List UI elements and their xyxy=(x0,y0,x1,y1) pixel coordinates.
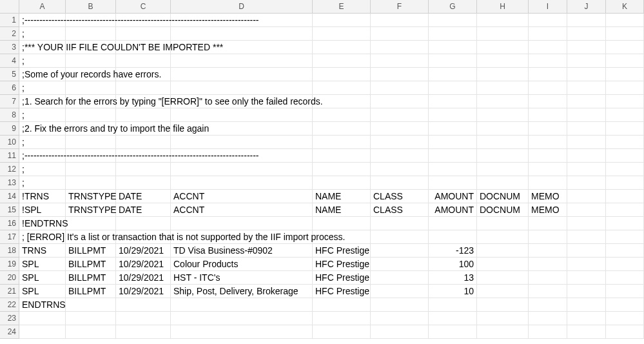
cell-D15[interactable]: ACCNT xyxy=(171,203,313,217)
cell-H9[interactable] xyxy=(477,122,529,136)
cell-E19[interactable]: HFC Prestige xyxy=(313,258,371,271)
cell-H11[interactable] xyxy=(477,149,529,163)
cell-K6[interactable] xyxy=(606,81,644,95)
cell-G12[interactable] xyxy=(429,163,477,176)
cell-K19[interactable] xyxy=(606,258,644,271)
column-header-I[interactable]: I xyxy=(529,0,567,14)
cell-E8[interactable] xyxy=(313,108,371,122)
cell-K21[interactable] xyxy=(606,285,644,298)
cell-F10[interactable] xyxy=(371,136,429,149)
column-header-E[interactable]: E xyxy=(313,0,371,14)
row-header-4[interactable]: 4 xyxy=(0,54,19,68)
cell-J24[interactable] xyxy=(567,325,606,339)
cell-B18[interactable]: BILLPMT xyxy=(66,244,116,258)
cell-K11[interactable] xyxy=(606,149,644,163)
column-header-K[interactable]: K xyxy=(606,0,644,14)
cell-H4[interactable] xyxy=(477,54,529,68)
cell-F14[interactable]: CLASS xyxy=(371,190,429,203)
cell-B13[interactable] xyxy=(66,176,116,190)
cell-G6[interactable] xyxy=(429,81,477,95)
cell-F20[interactable] xyxy=(371,271,429,285)
cell-J23[interactable] xyxy=(567,312,606,325)
cell-G13[interactable] xyxy=(429,176,477,190)
cell-J12[interactable] xyxy=(567,163,606,176)
row-header-11[interactable]: 11 xyxy=(0,149,19,163)
cell-J18[interactable] xyxy=(567,244,606,258)
cell-C24[interactable] xyxy=(116,325,171,339)
row-header-17[interactable]: 17 xyxy=(0,230,19,244)
cell-K20[interactable] xyxy=(606,271,644,285)
cell-J14[interactable] xyxy=(567,190,606,203)
cell-B24[interactable] xyxy=(66,325,116,339)
cell-E16[interactable] xyxy=(313,217,371,230)
cell-J8[interactable] xyxy=(567,108,606,122)
cell-F21[interactable] xyxy=(371,285,429,298)
row-header-15[interactable]: 15 xyxy=(0,203,19,217)
cell-G23[interactable] xyxy=(429,312,477,325)
cell-C15[interactable]: DATE xyxy=(116,203,171,217)
cell-K4[interactable] xyxy=(606,54,644,68)
cell-J6[interactable] xyxy=(567,81,606,95)
row-header-16[interactable]: 16 xyxy=(0,217,19,230)
cell-E5[interactable] xyxy=(313,68,371,81)
cell-B4[interactable] xyxy=(66,54,116,68)
cell-H2[interactable] xyxy=(477,27,529,41)
row-header-9[interactable]: 9 xyxy=(0,122,19,136)
cell-I1[interactable] xyxy=(529,14,567,27)
cell-E20[interactable]: HFC Prestige xyxy=(313,271,371,285)
cell-E22[interactable] xyxy=(313,298,371,312)
cell-B16[interactable] xyxy=(66,217,116,230)
cell-I2[interactable] xyxy=(529,27,567,41)
cell-C23[interactable] xyxy=(116,312,171,325)
cell-C20[interactable]: 10/29/2021 xyxy=(116,271,171,285)
cell-F11[interactable] xyxy=(371,149,429,163)
row-header-7[interactable]: 7 xyxy=(0,95,19,108)
cell-E18[interactable]: HFC Prestige xyxy=(313,244,371,258)
cell-G8[interactable] xyxy=(429,108,477,122)
cell-K22[interactable] xyxy=(606,298,644,312)
cell-H12[interactable] xyxy=(477,163,529,176)
cell-E12[interactable] xyxy=(313,163,371,176)
cell-I21[interactable] xyxy=(529,285,567,298)
cell-K10[interactable] xyxy=(606,136,644,149)
cell-K8[interactable] xyxy=(606,108,644,122)
cell-A11[interactable]: ;---------------------------------------… xyxy=(19,149,66,163)
cell-A20[interactable]: SPL xyxy=(19,271,66,285)
cell-H6[interactable] xyxy=(477,81,529,95)
cell-I16[interactable] xyxy=(529,217,567,230)
cell-A13[interactable]: ; xyxy=(19,176,66,190)
cell-B6[interactable] xyxy=(66,81,116,95)
cell-G15[interactable]: AMOUNT xyxy=(429,203,477,217)
cell-I12[interactable] xyxy=(529,163,567,176)
cell-K15[interactable] xyxy=(606,203,644,217)
cell-J1[interactable] xyxy=(567,14,606,27)
cell-C21[interactable]: 10/29/2021 xyxy=(116,285,171,298)
row-header-22[interactable]: 22 xyxy=(0,298,19,312)
cell-F15[interactable]: CLASS xyxy=(371,203,429,217)
cell-G21[interactable]: 10 xyxy=(429,285,477,298)
cell-I15[interactable]: MEMO xyxy=(529,203,567,217)
cell-A17[interactable]: ; [ERROR] It's a list or transaction tha… xyxy=(19,230,66,244)
column-header-G[interactable]: G xyxy=(429,0,477,14)
cell-G4[interactable] xyxy=(429,54,477,68)
cell-A1[interactable]: ;---------------------------------------… xyxy=(19,14,66,27)
column-header-J[interactable]: J xyxy=(567,0,606,14)
cell-B10[interactable] xyxy=(66,136,116,149)
cell-I6[interactable] xyxy=(529,81,567,95)
column-header-C[interactable]: C xyxy=(116,0,171,14)
column-header-D[interactable]: D xyxy=(171,0,313,14)
cell-A21[interactable]: SPL xyxy=(19,285,66,298)
cell-F18[interactable] xyxy=(371,244,429,258)
cell-F19[interactable] xyxy=(371,258,429,271)
cell-K18[interactable] xyxy=(606,244,644,258)
cell-G16[interactable] xyxy=(429,217,477,230)
cell-B15[interactable]: TRNSTYPE xyxy=(66,203,116,217)
cell-D18[interactable]: TD Visa Business-#0902 xyxy=(171,244,313,258)
cell-J15[interactable] xyxy=(567,203,606,217)
cell-A10[interactable]: ; xyxy=(19,136,66,149)
cell-H8[interactable] xyxy=(477,108,529,122)
row-header-18[interactable]: 18 xyxy=(0,244,19,258)
cell-E23[interactable] xyxy=(313,312,371,325)
cell-F3[interactable] xyxy=(371,41,429,54)
spreadsheet-grid[interactable]: ABCDEFGHIJK1;---------------------------… xyxy=(0,0,644,339)
